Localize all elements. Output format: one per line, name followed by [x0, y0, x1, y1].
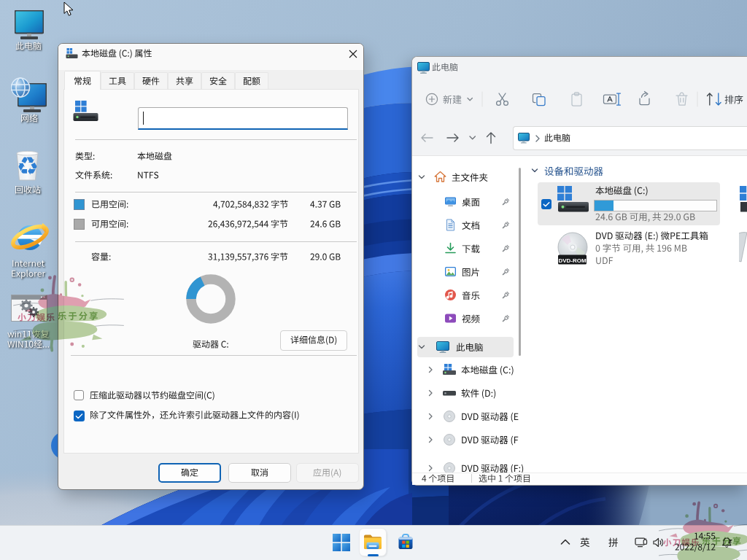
svg-text:DVD-ROM: DVD-ROM	[558, 257, 587, 264]
